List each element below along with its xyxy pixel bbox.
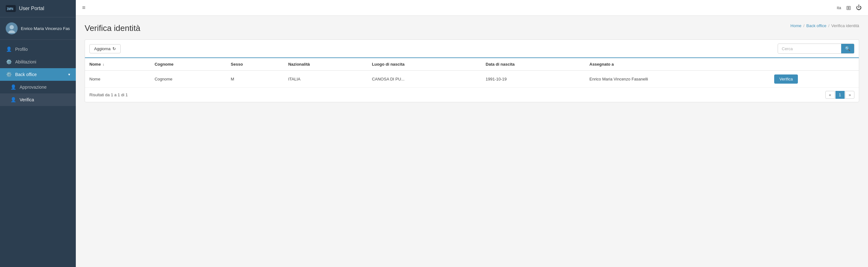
cell-nome: Nome (85, 71, 150, 88)
sidebar-item-label: Back office (15, 72, 37, 77)
portal-title: User Portal (19, 6, 44, 11)
cell-luogo-nascita: CANOSA DI PU... (367, 71, 481, 88)
col-cognome: Cognome (150, 58, 226, 71)
col-nazionalita: Nazionalità (284, 58, 367, 71)
current-page-button[interactable]: 1 (835, 91, 845, 99)
results-text: Risultati da 1 a 1 di 1 (89, 93, 128, 97)
content-area: Verifica identità Home / Back office / V… (76, 16, 868, 267)
svg-text:INFN: INFN (7, 7, 13, 11)
person-icon: 👤 (6, 46, 12, 52)
grid-icon[interactable]: ⊞ (846, 4, 851, 11)
sidebar-item-profilo[interactable]: 👤 Profilo (0, 43, 76, 56)
chevron-down-icon: ▾ (68, 72, 70, 77)
table-toolbar: Aggiorna ↻ 🔍 (85, 40, 859, 58)
sidebar: INFN User Portal Enrico Maria Vincenzo F… (0, 0, 76, 267)
search-input[interactable] (778, 44, 841, 53)
sidebar-username: Enrico Maria Vincenzo Fas (21, 26, 70, 31)
sidebar-nav: 👤 Profilo ⚙️ Abilitazioni ⚙️ Back office… (0, 40, 76, 267)
page-title: Verifica identità (85, 23, 140, 33)
table-row: Nome Cognome M ITALIA CANOSA DI PU... 19… (85, 71, 859, 88)
col-nome: Nome ↕ (85, 58, 150, 71)
cell-data-nascita: 1991-10-19 (482, 71, 585, 88)
power-icon[interactable]: ⏻ (856, 4, 862, 11)
topbar: ≡ ita ⊞ ⏻ (76, 0, 868, 16)
avatar (6, 23, 18, 34)
table-header-row: Nome ↕ Cognome Sesso Nazionalità Luogo d… (85, 58, 859, 71)
breadcrumb-sep: / (828, 23, 830, 28)
next-page-button[interactable]: » (845, 91, 855, 99)
gear-icon: ⚙️ (6, 59, 12, 65)
sidebar-user: Enrico Maria Vincenzo Fas (0, 18, 76, 40)
cell-action: Verifica (770, 71, 859, 88)
page-header: Verifica identità Home / Back office / V… (85, 23, 859, 33)
col-luogo-nascita: Luogo di nascita (367, 58, 481, 71)
sidebar-item-label: Abilitazioni (15, 59, 36, 64)
person-icon: 👤 (10, 97, 17, 103)
search-bar: 🔍 (778, 43, 855, 54)
pagination: « 1 » (825, 91, 855, 99)
sidebar-item-back-office[interactable]: ⚙️ Back office ▾ (0, 68, 76, 81)
cell-assegnato-a: Enrico Maria Vincenzo Fasanelli (585, 71, 770, 88)
col-sesso: Sesso (226, 58, 284, 71)
table-container: Aggiorna ↻ 🔍 Nome ↕ (85, 39, 859, 102)
col-action (770, 58, 859, 71)
refresh-icon: ↻ (113, 46, 116, 51)
hamburger-icon[interactable]: ≡ (82, 4, 86, 11)
svg-point-2 (8, 30, 15, 33)
breadcrumb-current: Verifica identità (831, 23, 859, 28)
breadcrumb: Home / Back office / Verifica identità (790, 23, 859, 28)
col-data-nascita: Data di nascita (482, 58, 585, 71)
sidebar-item-approvazione[interactable]: 👤 Approvazione (0, 81, 76, 93)
identity-table: Nome ↕ Cognome Sesso Nazionalità Luogo d… (85, 58, 859, 88)
topbar-right: ita ⊞ ⏻ (837, 4, 862, 11)
breadcrumb-sep: / (803, 23, 805, 28)
topbar-left: ≡ (82, 4, 86, 11)
aggiorna-label: Aggiorna (94, 46, 111, 51)
aggiorna-button[interactable]: Aggiorna ↻ (89, 44, 121, 53)
person-icon: 👤 (10, 84, 17, 90)
main-content: ≡ ita ⊞ ⏻ Verifica identità Home / Back … (76, 0, 868, 267)
svg-point-1 (9, 25, 14, 30)
cell-nazionalita: ITALIA (284, 71, 367, 88)
search-button[interactable]: 🔍 (841, 44, 854, 53)
sidebar-item-abilitazioni[interactable]: ⚙️ Abilitazioni (0, 56, 76, 68)
language-selector[interactable]: ita (837, 5, 841, 10)
gear-icon: ⚙️ (6, 72, 12, 77)
table-footer: Risultati da 1 a 1 di 1 « 1 » (85, 88, 859, 102)
sidebar-item-verifica[interactable]: 👤 Verifica (0, 93, 76, 106)
sidebar-logo: INFN User Portal (0, 0, 76, 18)
cell-sesso: M (226, 71, 284, 88)
search-icon: 🔍 (845, 46, 850, 51)
sidebar-item-label: Approvazione (20, 85, 47, 90)
breadcrumb-back-office[interactable]: Back office (806, 23, 826, 28)
verifica-button[interactable]: Verifica (774, 74, 798, 84)
infn-logo-icon: INFN (6, 5, 16, 12)
prev-page-button[interactable]: « (825, 91, 835, 99)
col-assegnato-a: Assegnato a (585, 58, 770, 71)
breadcrumb-home[interactable]: Home (790, 23, 802, 28)
sidebar-item-label: Profilo (15, 47, 28, 52)
sidebar-item-label: Verifica (20, 97, 34, 102)
cell-cognome: Cognome (150, 71, 226, 88)
sort-icon[interactable]: ↕ (103, 63, 104, 66)
